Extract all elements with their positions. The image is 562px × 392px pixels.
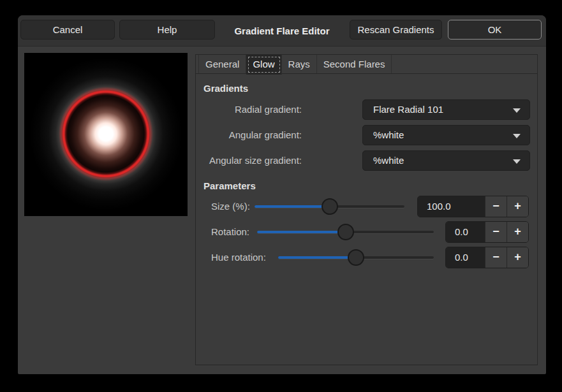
slider-knob[interactable] bbox=[337, 224, 354, 240]
tab-rays[interactable]: Rays bbox=[282, 55, 317, 73]
parameters-heading: Parameters bbox=[203, 180, 256, 191]
slider-knob[interactable] bbox=[322, 198, 338, 215]
hue-rotation-label: Hue rotation: bbox=[211, 247, 266, 268]
radial-gradient-value: Flare Radial 101 bbox=[373, 104, 443, 115]
tab-panel: General Glow Rays Second Flares Gradient… bbox=[195, 54, 538, 365]
ok-button[interactable]: OK bbox=[448, 20, 542, 40]
angular-gradient-label: Angular gradient: bbox=[200, 125, 302, 145]
tab-strip: General Glow Rays Second Flares bbox=[196, 55, 537, 74]
slider-fill bbox=[257, 231, 346, 233]
hue-rotation-increment-button[interactable]: + bbox=[507, 247, 528, 268]
tab-second-flares[interactable]: Second Flares bbox=[317, 55, 392, 73]
size-increment-button[interactable]: + bbox=[507, 196, 528, 217]
slider-fill bbox=[255, 205, 330, 208]
size-spinbutton: 100.0 − + bbox=[417, 196, 529, 217]
size-decrement-button[interactable]: − bbox=[485, 196, 507, 217]
angular-gradient-select[interactable]: %white bbox=[362, 125, 530, 145]
hue-rotation-decrement-button[interactable]: − bbox=[485, 247, 507, 268]
gradients-heading: Gradients bbox=[203, 83, 248, 94]
rotation-slider[interactable] bbox=[257, 221, 434, 243]
help-button[interactable]: Help bbox=[119, 20, 215, 40]
rotation-spinbutton: 0.0 − + bbox=[445, 221, 529, 243]
rotation-label: Rotation: bbox=[211, 221, 249, 243]
hue-rotation-input[interactable]: 0.0 bbox=[446, 247, 485, 268]
tab-glow[interactable]: Glow bbox=[246, 55, 281, 75]
chevron-down-icon bbox=[513, 134, 521, 138]
angular-gradient-value: %white bbox=[373, 129, 404, 140]
size-label: Size (%): bbox=[211, 196, 250, 217]
rotation-decrement-button[interactable]: − bbox=[485, 222, 507, 242]
size-slider[interactable] bbox=[255, 196, 404, 217]
gradient-flare-editor-window: Cancel Help Gradient Flare Editor Rescan… bbox=[18, 15, 546, 374]
header-bar: Cancel Help Gradient Flare Editor Rescan… bbox=[18, 15, 546, 47]
slider-fill bbox=[278, 256, 356, 259]
rotation-input[interactable]: 0.0 bbox=[446, 222, 485, 242]
cancel-button[interactable]: Cancel bbox=[20, 20, 115, 40]
chevron-down-icon bbox=[513, 159, 521, 164]
flare-preview bbox=[24, 53, 188, 216]
radial-gradient-label: Radial gradient: bbox=[200, 99, 302, 120]
angular-size-gradient-select[interactable]: %white bbox=[362, 150, 530, 171]
hue-rotation-slider[interactable] bbox=[278, 247, 434, 268]
rotation-increment-button[interactable]: + bbox=[507, 222, 528, 242]
slider-knob[interactable] bbox=[348, 249, 364, 266]
rescan-gradients-button[interactable]: Rescan Gradients bbox=[350, 20, 442, 40]
size-input[interactable]: 100.0 bbox=[418, 196, 485, 217]
angular-size-gradient-label: Angular size gradient: bbox=[200, 150, 302, 171]
angular-size-gradient-value: %white bbox=[373, 155, 404, 166]
tab-general[interactable]: General bbox=[198, 55, 246, 73]
hue-rotation-spinbutton: 0.0 − + bbox=[445, 247, 529, 268]
radial-gradient-select[interactable]: Flare Radial 101 bbox=[362, 99, 530, 120]
chevron-down-icon bbox=[513, 108, 521, 113]
